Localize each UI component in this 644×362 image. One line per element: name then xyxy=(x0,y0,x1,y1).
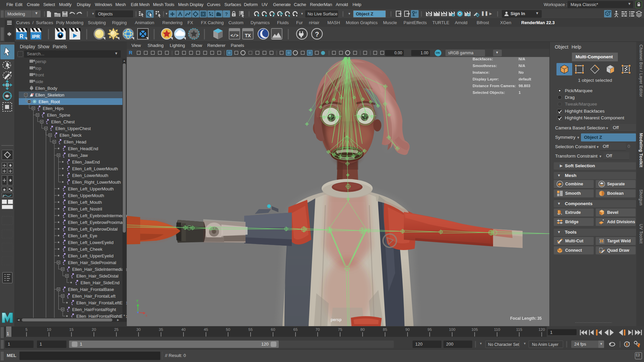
svg-text:Ellen_UpperChest: Ellen_UpperChest xyxy=(55,126,91,131)
svg-text:TX: TX xyxy=(245,33,251,38)
svg-text:IPR: IPR xyxy=(442,14,446,16)
svg-text:Ellen_Chest: Ellen_Chest xyxy=(51,119,75,124)
svg-text:Backfaces:: Backfaces: xyxy=(473,57,493,61)
svg-text:Ellen_Hair_SideDistal: Ellen_Hair_SideDistal xyxy=(76,274,119,279)
svg-text:Ellen_Body: Ellen_Body xyxy=(35,86,57,91)
svg-text:persp: persp xyxy=(331,317,342,322)
svg-text:Ellen_Hair_FrontalLeft: Ellen_Hair_FrontalLeft xyxy=(72,294,116,299)
svg-text:Distance From Camera:: Distance From Camera: xyxy=(473,84,516,88)
svg-text:Y: Y xyxy=(136,299,139,303)
svg-text:Ellen_Skeleton: Ellen_Skeleton xyxy=(35,93,64,98)
svg-text:Instance:: Instance: xyxy=(473,70,490,74)
svg-text:Ellen_Head: Ellen_Head xyxy=(64,139,86,144)
svg-text:Ellen_Spine: Ellen_Spine xyxy=(47,113,70,118)
svg-text:IPR: IPR xyxy=(32,34,40,39)
svg-text:Ellen_Left_Cheek: Ellen_Left_Cheek xyxy=(68,247,103,252)
svg-text:Ellen_Right_LowerMouth: Ellen_Right_LowerMouth xyxy=(72,180,121,185)
svg-text:?: ? xyxy=(225,11,228,17)
svg-text:x: x xyxy=(146,314,147,317)
svg-text:Ellen_Root: Ellen_Root xyxy=(39,99,60,104)
svg-text:N/A: N/A xyxy=(519,57,525,61)
svg-text:Ellen_Hair_FrontalBase: Ellen_Hair_FrontalBase xyxy=(68,287,114,292)
svg-text:N/A: N/A xyxy=(519,64,525,68)
svg-text:Focal Length:: Focal Length: xyxy=(510,316,537,321)
svg-text:Selected Objects:: Selected Objects: xyxy=(473,90,505,95)
svg-text:Ellen_Left_EyebrowIntermediat: Ellen_Left_EyebrowIntermediat xyxy=(68,213,127,218)
svg-text:default: default xyxy=(519,77,531,81)
svg-text:98.803: 98.803 xyxy=(519,84,530,88)
svg-text:Smoothness:: Smoothness: xyxy=(473,64,497,68)
svg-text:Ellen_Hips: Ellen_Hips xyxy=(43,106,64,111)
svg-text:Ellen_UpperMouth: Ellen_UpperMouth xyxy=(68,193,104,198)
svg-text:Ellen_Left_LowerMouth: Ellen_Left_LowerMouth xyxy=(72,166,118,171)
svg-text:Display Layer:: Display Layer: xyxy=(473,77,499,81)
svg-text:persp: persp xyxy=(35,59,46,64)
svg-text:top: top xyxy=(35,66,41,71)
svg-text:</>: </> xyxy=(230,33,238,38)
svg-text:35: 35 xyxy=(537,316,542,321)
svg-text:Ellen_Left_UpperEyelid: Ellen_Left_UpperEyelid xyxy=(68,253,114,258)
svg-text:front: front xyxy=(35,72,44,77)
svg-text:1: 1 xyxy=(519,90,521,95)
svg-text:?: ? xyxy=(315,31,319,38)
svg-text:Ellen_LowerMouth: Ellen_LowerMouth xyxy=(72,173,108,178)
svg-text:Ellen_HairFrontalRightEnc: Ellen_HairFrontalRightEnc xyxy=(76,314,127,318)
svg-text:Ellen_HairFrontalRight: Ellen_HairFrontalRight xyxy=(72,307,116,312)
svg-text:Ellen_HeadEnd: Ellen_HeadEnd xyxy=(68,146,98,151)
svg-text:Ellen_Left_UpperMouth: Ellen_Left_UpperMouth xyxy=(68,186,114,191)
svg-text:Ellen_Hair_SideProximal: Ellen_Hair_SideProximal xyxy=(68,260,116,265)
svg-text:Ellen_Left_EyebrowDistal: Ellen_Left_EyebrowDistal xyxy=(68,227,118,232)
svg-text:Ellen_Hair_SideEnd: Ellen_Hair_SideEnd xyxy=(80,280,119,285)
svg-text:Ellen_Left_EyebrowProximal: Ellen_Left_EyebrowProximal xyxy=(68,220,124,225)
svg-text:No: No xyxy=(519,70,524,74)
svg-text:Ellen_Hair_SideIntermediate: Ellen_Hair_SideIntermediate xyxy=(72,267,127,272)
svg-text:Ellen_Hair_FrontalLeftEnd: Ellen_Hair_FrontalLeftEnd xyxy=(76,300,127,305)
svg-text:Ellen_JawEnd: Ellen_JawEnd xyxy=(72,160,100,165)
svg-text:R: R xyxy=(19,34,23,39)
svg-text:Ellen_Left_LowerEyelid: Ellen_Left_LowerEyelid xyxy=(68,240,114,245)
svg-text:Ellen_Jaw: Ellen_Jaw xyxy=(68,153,88,158)
svg-text:Ellen_Neck: Ellen_Neck xyxy=(60,133,82,138)
svg-text:side: side xyxy=(35,79,43,84)
svg-text:Ellen_Left_Eye: Ellen_Left_Eye xyxy=(68,233,97,238)
svg-text:Ellen_Left_Mouth: Ellen_Left_Mouth xyxy=(68,200,102,205)
svg-text:Ellen_Left_Nostril: Ellen_Left_Nostril xyxy=(68,206,102,212)
